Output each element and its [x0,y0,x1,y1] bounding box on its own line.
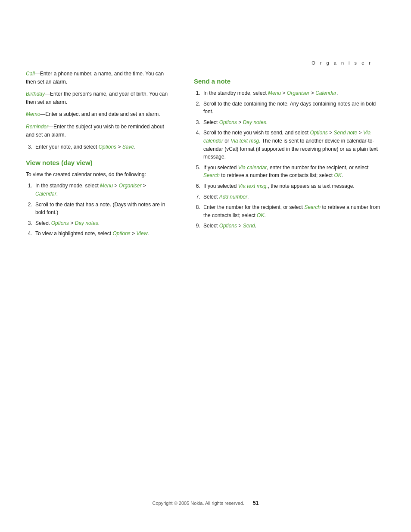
view-notes-intro: To view the created calendar notes, do t… [26,171,168,179]
right-column: Send a note In the standby mode, select … [181,70,385,241]
view-notes-heading: View notes (day view) [26,159,168,166]
birthday-definition: —Enter the person's name, and year of bi… [26,91,168,105]
page-header-title: O r g a n i s e r [311,60,372,65]
footer-copyright: Copyright © 2005 Nokia. All rights reser… [153,501,245,506]
call-entry: Call—Enter a phone number, a name, and t… [26,70,168,86]
view-notes-step-4: To view a highlighted note, select Optio… [34,230,168,238]
birthday-term: Birthday [26,91,45,97]
send-note-heading: Send a note [194,78,385,85]
content-area: Call—Enter a phone number, a name, and t… [0,70,411,241]
footer: Copyright © 2005 Nokia. All rights reser… [0,500,411,506]
memo-term: Memo [26,111,40,117]
send-note-step-4: Scroll to the note you wish to send, and… [202,129,385,161]
memo-entry: Memo—Enter a subject and an end date and… [26,110,168,118]
send-note-step-7: Select Add number. [202,193,385,201]
page: O r g a n i s e r Call—Enter a phone num… [0,0,411,532]
reminder-term: Reminder [26,124,48,130]
left-column: Call—Enter a phone number, a name, and t… [26,70,181,241]
left-step-3: Enter your note, and select Options > Sa… [34,143,168,151]
send-note-step-2: Scroll to the date containing the note. … [202,100,385,116]
send-note-step-3: Select Options > Day notes. [202,118,385,127]
send-note-step-1: In the standby mode, select Menu > Organ… [202,89,385,97]
send-note-step-5: If you selected Via calendar, enter the … [202,164,385,180]
view-notes-step-1: In the standby mode, select Menu > Organ… [34,182,168,198]
memo-definition: —Enter a subject and an end date and set… [40,111,160,117]
call-definition: —Enter a phone number, a name, and the t… [26,71,164,85]
left-steps-list: Enter your note, and select Options > Sa… [26,143,168,151]
header: O r g a n i s e r [0,0,411,70]
reminder-entry: Reminder—Enter the subject you wish to b… [26,123,168,139]
view-notes-step-3: Select Options > Day notes. [34,219,168,227]
footer-page-number: 51 [253,500,258,506]
view-notes-step-2: Scroll to the date that has a note. (Day… [34,201,168,217]
birthday-entry: Birthday—Enter the person's name, and ye… [26,90,168,106]
send-note-steps: In the standby mode, select Menu > Organ… [194,89,385,230]
call-term: Call [26,71,35,77]
send-note-step-6: If you selected Via text msg., the note … [202,182,385,190]
view-notes-steps: In the standby mode, select Menu > Organ… [26,182,168,238]
send-note-step-9: Select Options > Send. [202,222,385,230]
send-note-step-8: Enter the number for the recipient, or s… [202,203,385,219]
